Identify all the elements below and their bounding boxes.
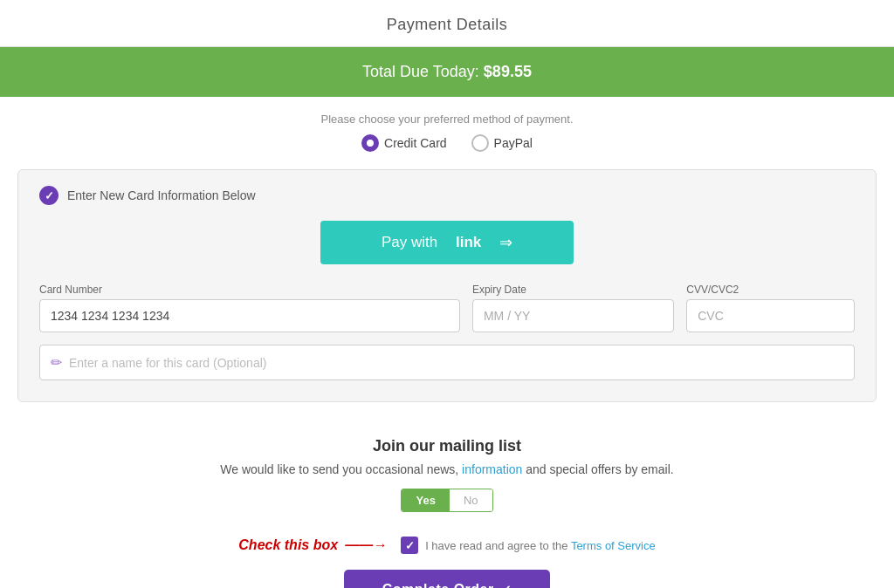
card-fields-row: Card Number Expiry Date CVV/CVC2 bbox=[39, 284, 855, 332]
mailing-desc: We would like to send you occasional new… bbox=[17, 462, 877, 476]
pencil-icon: ✏ bbox=[51, 354, 62, 371]
complete-checkmark: ✓ bbox=[501, 583, 512, 588]
terms-row: Check this box ——→ I have read and agree… bbox=[0, 537, 894, 554]
terms-of-service-link[interactable]: Terms of Service bbox=[571, 539, 656, 552]
check-this-box-label: Check this box ——→ bbox=[238, 537, 387, 553]
complete-btn-wrapper: Complete Order ✓ bbox=[0, 570, 894, 588]
radio-paypal-unchecked bbox=[471, 134, 489, 152]
terms-checkbox-area: I have read and agree to the Terms of Se… bbox=[401, 537, 656, 554]
card-section-title: Enter New Card Information Below bbox=[67, 188, 256, 202]
radio-credit-card-checked bbox=[361, 134, 379, 152]
yes-no-toggle: Yes No bbox=[401, 489, 492, 512]
page-header: Payment Details bbox=[0, 0, 894, 47]
card-number-label: Card Number bbox=[39, 284, 460, 296]
pay-link-button[interactable]: Pay with link ⇒ bbox=[320, 221, 574, 264]
check-this-text: Check this box bbox=[238, 537, 338, 553]
total-label: Total Due Today: bbox=[362, 63, 479, 80]
terms-text-start: I have read and agree to the bbox=[425, 539, 567, 552]
expiry-group: Expiry Date bbox=[472, 284, 674, 332]
credit-card-label: Credit Card bbox=[384, 136, 447, 150]
payment-method-prompt: Please choose your preferred method of p… bbox=[0, 113, 894, 126]
card-section: Enter New Card Information Below Pay wit… bbox=[17, 169, 877, 402]
card-name-input[interactable] bbox=[69, 356, 843, 370]
mailing-desc-end: and special offers by email. bbox=[526, 462, 673, 476]
card-number-input[interactable] bbox=[39, 299, 460, 332]
mailing-desc-start: We would like to send you occasional new… bbox=[220, 462, 458, 476]
total-amount: $89.55 bbox=[484, 63, 532, 80]
page-container: Payment Details Total Due Today: $89.55 … bbox=[0, 0, 894, 588]
paypal-label: PayPal bbox=[494, 136, 533, 150]
cvv-input[interactable] bbox=[686, 299, 855, 332]
terms-checkbox[interactable] bbox=[401, 537, 418, 554]
cvv-label: CVV/CVC2 bbox=[686, 284, 855, 296]
pay-link-btn-wrapper: Pay with link ⇒ bbox=[39, 221, 855, 264]
complete-order-button[interactable]: Complete Order ✓ bbox=[344, 570, 550, 588]
expiry-input[interactable] bbox=[472, 299, 674, 332]
mailing-section: Join our mailing list We would like to s… bbox=[0, 420, 894, 537]
expiry-label: Expiry Date bbox=[472, 284, 674, 296]
terms-text: I have read and agree to the Terms of Se… bbox=[425, 539, 656, 552]
mailing-title: Join our mailing list bbox=[17, 437, 877, 455]
payment-options: Credit Card PayPal bbox=[0, 134, 894, 152]
page-title: Payment Details bbox=[387, 16, 508, 33]
card-section-header: Enter New Card Information Below bbox=[39, 186, 855, 205]
payment-option-paypal[interactable]: PayPal bbox=[471, 134, 533, 152]
check-circle-icon bbox=[39, 186, 58, 205]
toggle-yes-button[interactable]: Yes bbox=[402, 489, 449, 511]
total-bar: Total Due Today: $89.55 bbox=[0, 47, 894, 97]
arrow-right-icon: ——→ bbox=[345, 537, 387, 553]
mailing-desc-link[interactable]: information bbox=[462, 462, 522, 476]
payment-option-credit-card[interactable]: Credit Card bbox=[361, 134, 447, 152]
card-number-group: Card Number bbox=[39, 284, 460, 332]
pay-with-text: Pay with bbox=[382, 234, 437, 251]
link-word: link bbox=[456, 234, 481, 251]
cvv-group: CVV/CVC2 bbox=[686, 284, 855, 332]
payment-method-section: Please choose your preferred method of p… bbox=[0, 97, 894, 161]
complete-order-label: Complete Order bbox=[382, 582, 494, 588]
card-name-wrapper: ✏ bbox=[39, 345, 855, 380]
toggle-no-button[interactable]: No bbox=[450, 489, 492, 511]
link-arrow: ⇒ bbox=[499, 233, 512, 252]
